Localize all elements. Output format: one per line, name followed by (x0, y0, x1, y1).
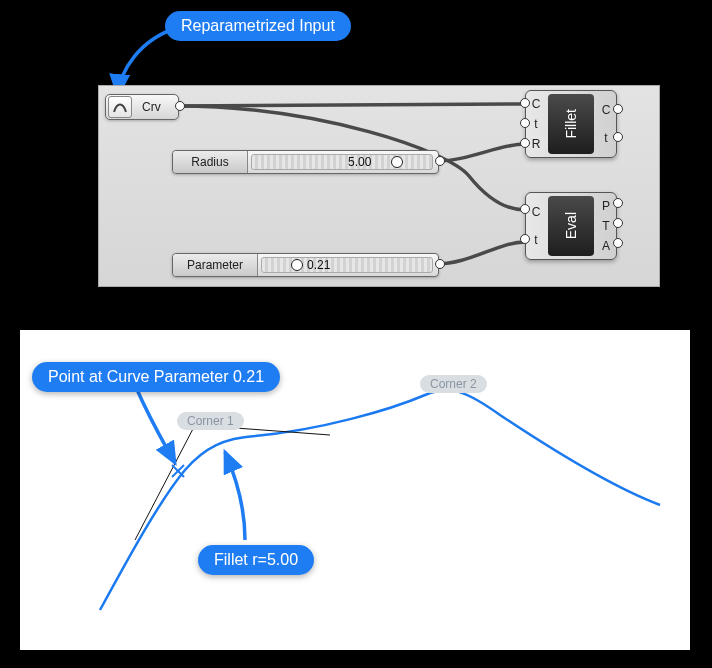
fillet-component[interactable]: C t R Fillet C t (525, 90, 617, 158)
node-graph-canvas: Crv Radius 5.00 Parameter 0.21 C t R Fil… (98, 85, 660, 287)
curve-icon (108, 96, 132, 118)
annotation-fillet-r: Fillet r=5.00 (198, 545, 314, 575)
arrow-to-fillet (225, 452, 245, 540)
radius-slider-grip[interactable] (391, 156, 403, 168)
fillet-port-in-r[interactable] (520, 138, 530, 148)
fillet-name-plate: Fillet (548, 94, 594, 154)
radius-slider-label: Radius (173, 151, 248, 173)
radius-slider-output-port[interactable] (435, 156, 445, 166)
fillet-port-in-t[interactable] (520, 118, 530, 128)
parameter-slider-value: 0.21 (307, 254, 330, 276)
parameter-slider-output-port[interactable] (435, 259, 445, 269)
fillet-port-in-c[interactable] (520, 98, 530, 108)
radius-slider-track[interactable] (251, 154, 433, 170)
eval-port-in-t[interactable] (520, 234, 530, 244)
evaluated-point-marker (172, 465, 184, 477)
arrow-to-point (135, 385, 175, 463)
annotation-reparametrized: Reparametrized Input (165, 11, 351, 41)
radius-slider-value: 5.00 (348, 151, 371, 173)
eval-port-out-t[interactable] (613, 218, 623, 228)
parameter-slider-grip[interactable] (291, 259, 303, 271)
annotation-point-at-param: Point at Curve Parameter 0.21 (32, 362, 280, 392)
eval-port-out-p[interactable] (613, 198, 623, 208)
eval-port-out-a[interactable] (613, 238, 623, 248)
parameter-slider[interactable]: Parameter 0.21 (172, 253, 439, 277)
fillet-port-out-c[interactable] (613, 104, 623, 114)
curve-output-port[interactable] (175, 101, 185, 111)
parameter-slider-track[interactable] (261, 257, 433, 273)
fillet-port-out-t[interactable] (613, 132, 623, 142)
eval-name-plate: Eval (548, 196, 594, 256)
eval-port-in-c[interactable] (520, 204, 530, 214)
label-corner1: Corner 1 (177, 412, 244, 430)
curve-param-component[interactable]: Crv (105, 94, 179, 120)
eval-component[interactable]: C t Eval P T A (525, 192, 617, 260)
curve-param-label: Crv (134, 100, 178, 114)
label-corner2: Corner 2 (420, 375, 487, 393)
parameter-slider-label: Parameter (173, 254, 258, 276)
radius-slider[interactable]: Radius 5.00 (172, 150, 439, 174)
